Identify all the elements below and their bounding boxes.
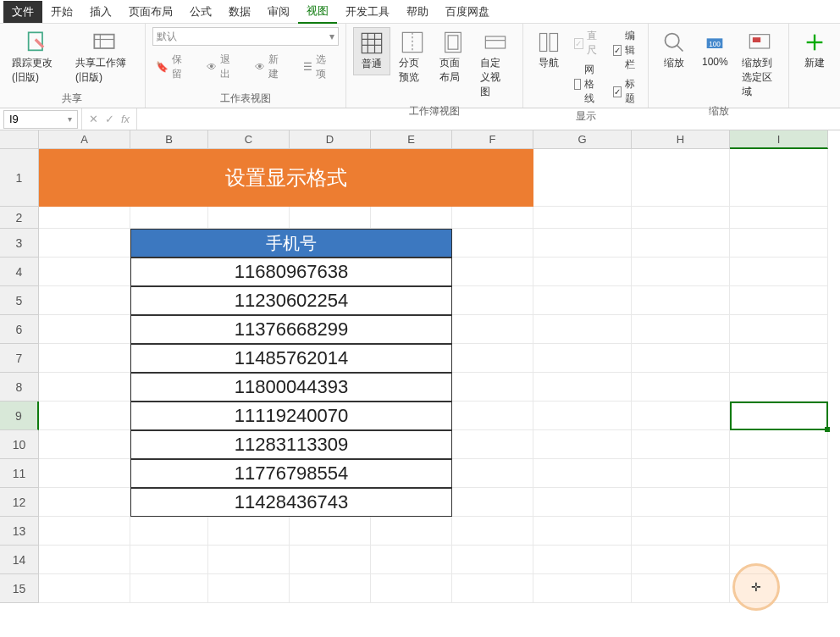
cell[interactable]: [730, 430, 828, 459]
phone-cell[interactable]: 11376668299: [130, 315, 452, 344]
cell[interactable]: [533, 149, 632, 207]
cell[interactable]: [533, 373, 632, 402]
menu-审阅[interactable]: 审阅: [259, 1, 298, 23]
cell[interactable]: [130, 546, 208, 574]
phone-cell[interactable]: 11485762014: [130, 344, 452, 373]
cell[interactable]: [632, 430, 730, 459]
cell[interactable]: [730, 229, 828, 258]
cancel-icon[interactable]: ✕: [89, 113, 98, 125]
zoom-button[interactable]: 缩放: [655, 27, 693, 74]
cell[interactable]: [452, 315, 533, 344]
track-changes-button[interactable]: 跟踪更改(旧版): [7, 27, 67, 88]
menu-开发工具[interactable]: 开发工具: [337, 1, 398, 23]
cell[interactable]: [452, 229, 533, 258]
cell[interactable]: [730, 207, 828, 229]
cell[interactable]: [730, 402, 828, 430]
cell[interactable]: [130, 574, 208, 603]
headings-checkbox[interactable]: 标题: [613, 75, 642, 108]
cell[interactable]: [730, 546, 828, 574]
cell[interactable]: [632, 207, 730, 229]
fx-icon[interactable]: fx: [121, 113, 130, 125]
cell[interactable]: [533, 517, 632, 546]
cell[interactable]: [632, 517, 730, 546]
gridlines-checkbox[interactable]: 网格线: [574, 61, 603, 108]
cell[interactable]: [632, 149, 730, 207]
cell[interactable]: [452, 207, 533, 229]
cell[interactable]: [208, 546, 290, 574]
cell[interactable]: [533, 488, 632, 517]
cell[interactable]: [533, 402, 632, 430]
cell[interactable]: [39, 207, 130, 229]
cell[interactable]: [39, 286, 130, 315]
menu-文件[interactable]: 文件: [3, 1, 42, 23]
row-header-12[interactable]: 12: [0, 488, 39, 517]
phone-cell[interactable]: 11800044393: [130, 373, 452, 402]
cell[interactable]: [452, 258, 533, 286]
cell[interactable]: [208, 207, 290, 229]
formula-input[interactable]: [137, 108, 840, 130]
cell[interactable]: [452, 546, 533, 574]
zoom-selection-button[interactable]: 缩放到选定区域: [737, 27, 782, 102]
cell[interactable]: [730, 517, 828, 546]
cell[interactable]: [452, 574, 533, 603]
cell[interactable]: [39, 258, 130, 286]
cell[interactable]: [533, 430, 632, 459]
cell[interactable]: [730, 149, 828, 207]
cell[interactable]: [39, 488, 130, 517]
col-header-H[interactable]: H: [632, 130, 730, 149]
share-workbook-button[interactable]: 共享工作簿(旧版): [70, 27, 138, 88]
cell[interactable]: [452, 402, 533, 430]
cell[interactable]: [39, 459, 130, 488]
exit-button[interactable]: 👁退出: [203, 51, 243, 83]
col-header-D[interactable]: D: [290, 130, 371, 149]
keep-button[interactable]: 🔖保留: [152, 51, 195, 83]
col-header-G[interactable]: G: [533, 130, 632, 149]
nav-button[interactable]: 导航: [530, 27, 567, 74]
phone-cell[interactable]: 11776798554: [130, 459, 452, 488]
cell[interactable]: [290, 574, 371, 603]
col-header-E[interactable]: E: [371, 130, 452, 149]
cell[interactable]: [208, 517, 290, 546]
cell[interactable]: [533, 286, 632, 315]
menu-公式[interactable]: 公式: [181, 1, 220, 23]
cell[interactable]: [533, 229, 632, 258]
cell[interactable]: [371, 574, 452, 603]
cell[interactable]: [533, 344, 632, 373]
cell[interactable]: [39, 574, 130, 603]
cell[interactable]: [730, 258, 828, 286]
cell[interactable]: [632, 546, 730, 574]
row-header-2[interactable]: 2: [0, 207, 39, 229]
cell[interactable]: [452, 488, 533, 517]
sheet-view-combo[interactable]: 默认 ▾: [152, 27, 339, 46]
name-box[interactable]: I9 ▾: [3, 110, 78, 129]
phone-cell[interactable]: 11428436743: [130, 488, 452, 517]
table-header[interactable]: 手机号: [130, 229, 452, 258]
col-header-F[interactable]: F: [452, 130, 533, 149]
cell[interactable]: [533, 207, 632, 229]
cell[interactable]: [632, 344, 730, 373]
options-button[interactable]: ☰选项: [300, 51, 339, 83]
cell[interactable]: [533, 459, 632, 488]
row-header-1[interactable]: 1: [0, 149, 39, 207]
cell[interactable]: [533, 574, 632, 603]
cell[interactable]: [730, 488, 828, 517]
cell[interactable]: [632, 229, 730, 258]
cell[interactable]: [632, 459, 730, 488]
select-all-corner[interactable]: [0, 130, 39, 149]
menu-数据[interactable]: 数据: [220, 1, 259, 23]
row-header-7[interactable]: 7: [0, 344, 39, 373]
row-header-4[interactable]: 4: [0, 258, 39, 286]
cell[interactable]: [730, 574, 828, 603]
phone-cell[interactable]: 11119240070: [130, 402, 452, 430]
cell[interactable]: [632, 402, 730, 430]
cell[interactable]: [533, 546, 632, 574]
row-header-10[interactable]: 10: [0, 430, 39, 459]
cell[interactable]: [39, 229, 130, 258]
cell[interactable]: [730, 344, 828, 373]
cell[interactable]: [39, 546, 130, 574]
page-break-button[interactable]: 分页预览: [394, 27, 431, 88]
cell[interactable]: [533, 258, 632, 286]
phone-cell[interactable]: 11230602254: [130, 286, 452, 315]
cell[interactable]: [730, 459, 828, 488]
cell[interactable]: [39, 315, 130, 344]
